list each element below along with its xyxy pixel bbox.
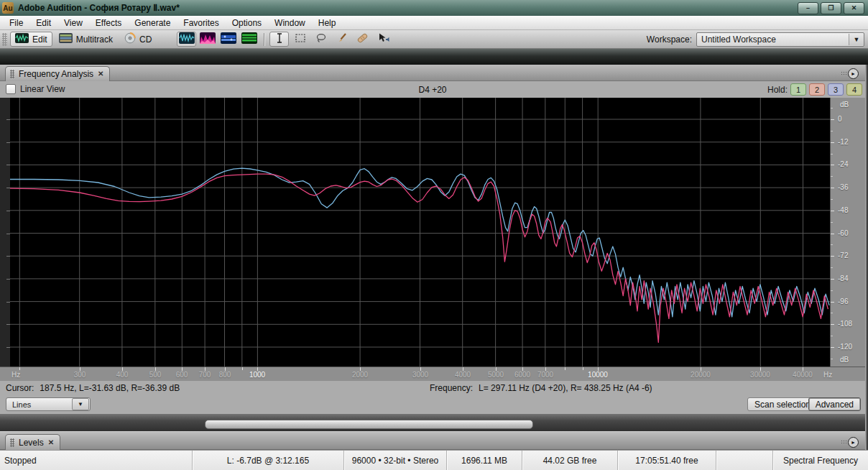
status-segment-0: Stopped	[0, 451, 192, 470]
hz-axis-label-6000: 6000	[514, 371, 530, 379]
minimize-button[interactable]: –	[798, 2, 818, 14]
hz-unit-right: Hz	[823, 371, 832, 379]
workspace-group: Workspace: Untitled Workspace ▼	[647, 32, 868, 47]
window-controls: – ❐ ✕	[798, 2, 868, 14]
bandaid-icon	[356, 32, 369, 47]
time-selection-tool-button[interactable]	[269, 32, 289, 47]
tab-levels[interactable]: Levels ✕	[5, 434, 60, 450]
marquee-icon	[295, 32, 306, 47]
hold-button-1[interactable]: 1	[790, 83, 806, 96]
hz-tick	[19, 367, 20, 370]
hz-tick	[583, 367, 583, 370]
db-tick	[831, 165, 834, 165]
hold-button-2[interactable]: 2	[809, 83, 825, 96]
titlebar: Au Adobe Audition - София Ротару Ⅱ.wav* …	[0, 0, 868, 16]
frequency-plot[interactable]	[10, 98, 830, 367]
hz-axis-label-800: 800	[219, 371, 231, 379]
lasso-selection-tool-button[interactable]	[311, 32, 331, 47]
status-segment-4: 44.02 GB free	[522, 451, 617, 470]
db-minor-tick	[831, 244, 833, 245]
hz-axis-label-500: 500	[149, 371, 162, 379]
status-segment-6: Spectral Frequency	[772, 451, 868, 470]
db-tick-label: -72	[838, 252, 848, 259]
db-minor-tick	[831, 108, 833, 109]
cd-view-button[interactable]: CD	[119, 31, 157, 47]
multitrack-view-icon	[59, 33, 73, 45]
chevron-down-icon[interactable]: ▼	[849, 34, 864, 45]
hold-button-3[interactable]: 3	[828, 83, 844, 96]
close-icon[interactable]: ✕	[98, 70, 103, 78]
frequency-plot-area: dB0-12-24-36-48-60-72-84-96-108-120dB 30…	[0, 98, 865, 381]
hz-axis-label-40000: 40000	[793, 371, 813, 379]
toolbar-grip[interactable]	[2, 33, 7, 46]
menu-item-favorites[interactable]: Favorites	[177, 17, 225, 29]
db-minor-tick	[831, 359, 833, 359]
scrub-tool-button[interactable]	[374, 32, 393, 47]
spectral-phase-display-button[interactable]	[239, 32, 259, 47]
db-minor-tick	[831, 199, 833, 200]
horizontal-scrollbar-thumb[interactable]	[205, 420, 533, 429]
menu-item-edit[interactable]: Edit	[29, 17, 57, 29]
edit-view-button[interactable]: Edit	[10, 32, 52, 47]
menu-item-options[interactable]: Options	[226, 17, 268, 29]
display-mode-dropdown[interactable]: Lines ▼	[6, 397, 91, 411]
close-button[interactable]: ✕	[844, 2, 864, 14]
db-minor-tick	[831, 222, 833, 223]
spectral-frequency-display-icon	[200, 32, 216, 47]
frequency-label: Frequency:	[430, 383, 473, 393]
db-tick	[831, 347, 834, 348]
db-minor-tick	[831, 154, 833, 155]
menu-item-window[interactable]: Window	[268, 17, 312, 29]
menu-item-generate[interactable]: Generate	[128, 17, 177, 29]
panel-menu-button[interactable]: ►	[848, 68, 859, 79]
hz-axis-label-2000: 2000	[352, 371, 368, 379]
hold-button-4[interactable]: 4	[846, 83, 862, 96]
scan-selection-button[interactable]: Scan selection	[747, 397, 818, 411]
db-tick-label: 0	[838, 115, 842, 123]
advanced-button[interactable]: Advanced	[808, 397, 861, 411]
panel-menu-button[interactable]: ►	[848, 437, 859, 448]
hz-axis-label-300: 300	[74, 371, 86, 379]
spectral-pan-display-icon	[221, 32, 236, 47]
db-tick-label: -60	[838, 229, 848, 237]
menu-item-view[interactable]: View	[57, 17, 89, 29]
spot-healing-brush-tool-button[interactable]	[353, 32, 372, 47]
menu-item-file[interactable]: File	[3, 17, 29, 29]
db-tick	[831, 119, 834, 120]
db-tick	[831, 302, 834, 303]
close-icon[interactable]: ✕	[48, 439, 54, 446]
spectral-frequency-display-button[interactable]	[198, 32, 217, 47]
hold-buttons: 1234	[790, 83, 862, 96]
menu-item-effects[interactable]: Effects	[89, 17, 128, 29]
restore-button[interactable]: ❐	[821, 2, 841, 14]
tab-grip-icon	[10, 438, 14, 447]
db-tick-label: -84	[838, 275, 848, 282]
paintbrush-icon	[336, 32, 348, 47]
spectral-pan-display-button[interactable]	[218, 32, 238, 47]
cursor-label: Cursor:	[6, 383, 34, 393]
status-spacer	[716, 451, 772, 470]
chevron-down-icon[interactable]: ▼	[72, 398, 89, 410]
db-tick-label: -36	[838, 183, 848, 191]
tab-frequency-analysis[interactable]: Frequency Analysis ✕	[5, 66, 110, 81]
status-segment-1: L: -6.7dB @ 3:12.165	[192, 451, 343, 470]
hz-axis-label-30000: 30000	[750, 371, 770, 379]
paintbrush-tool-button[interactable]	[332, 32, 351, 47]
edit-view-label: Edit	[32, 34, 47, 45]
menu-item-help[interactable]: Help	[312, 17, 343, 29]
statusbar: StoppedL: -6.7dB @ 3:12.16596000 • 32-bi…	[0, 450, 868, 470]
db-tick-label: -120	[838, 343, 852, 351]
waveform-display-button[interactable]	[177, 32, 196, 47]
hz-unit-left: Hz	[11, 371, 20, 379]
lower-backdrop	[0, 414, 865, 431]
status-segment-3: 1696.11 MB	[446, 451, 522, 470]
marquee-selection-tool-button[interactable]	[290, 32, 310, 47]
window-title: Adobe Audition - София Ротару Ⅱ.wav*	[18, 3, 180, 13]
frequency-actions-row: Lines ▼ Scan selection Advanced	[0, 395, 865, 414]
multitrack-view-button[interactable]: Multitrack	[54, 32, 118, 47]
workspace-select[interactable]: Untitled Workspace ▼	[696, 32, 864, 47]
hz-axis-label-7000: 7000	[537, 371, 553, 379]
db-tick-label: -96	[838, 298, 848, 305]
panel-grip-dots-icon	[841, 71, 846, 76]
hz-axis: 3004005006007008001000200030004000500060…	[0, 367, 865, 381]
